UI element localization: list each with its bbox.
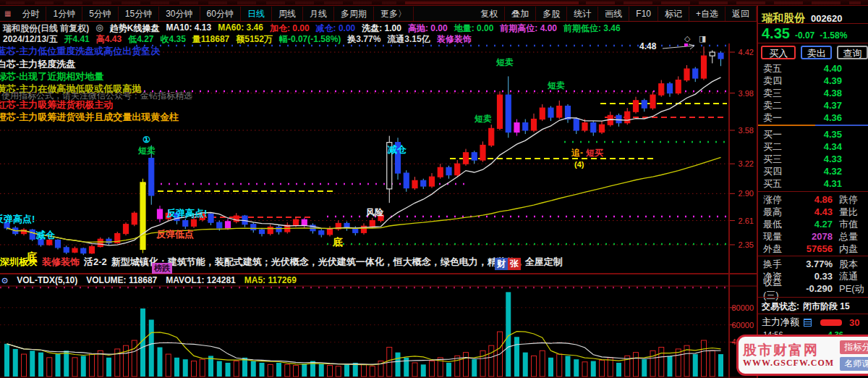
ask-price: 4.39	[824, 75, 842, 86]
ohlc-segment: 流通3.15亿	[387, 33, 430, 43]
stat-value: 2078	[792, 231, 833, 242]
bid-label: 买三	[763, 153, 782, 166]
trade-buttons: 买入卖出查询	[758, 46, 868, 61]
watermark-badge: 指标分享	[840, 340, 868, 354]
stat-right-label: 跌停	[839, 193, 868, 206]
list-icon[interactable]	[804, 319, 812, 327]
tool-button-画线[interactable]: 画线	[598, 7, 629, 21]
fall-badge: 榜跌	[152, 263, 172, 274]
ohlc-segment: 开4.41	[64, 33, 89, 43]
app-icon[interactable]: ▦	[0, 9, 15, 17]
stat-value: 4.86	[792, 194, 833, 205]
bid-price: 4.34	[824, 141, 842, 152]
info-segment: ◎	[95, 22, 103, 33]
stat-value: 57656	[792, 243, 833, 254]
indicator-info-line: 瑞和股份(日线 前复权)◎趋势K线操盘MA10: 4.13MA60: 3.46加…	[3, 22, 621, 33]
top-menu-strip	[0, 0, 868, 6]
stat-right-label: PE(动	[839, 282, 868, 295]
diamond-icon[interactable]: ◇	[684, 34, 690, 43]
volume-header-segment: VOL-TDX(5,10)	[17, 275, 77, 285]
stock-code: 002620	[811, 13, 842, 24]
ask-row: 卖五4.40	[758, 62, 868, 75]
trade-status-value: 闭市阶段 15	[803, 301, 850, 313]
ask-row: 卖四4.39	[758, 75, 868, 87]
stat-value: 4.43	[792, 206, 833, 217]
stat-label: 涨停	[763, 193, 792, 206]
info-segment: 前期低位: 3.46	[563, 22, 621, 33]
svg-text:4.42: 4.42	[739, 48, 754, 56]
menu-buttons-fragment	[586, 1, 861, 4]
stat-value: 0.33	[792, 271, 833, 282]
stat-row: 换手3.77%股本	[758, 258, 868, 270]
bid-label: 买四	[763, 165, 782, 178]
period-tab-分时[interactable]: 分时	[15, 7, 46, 21]
tool-button-复权[interactable]: 复权	[474, 7, 505, 21]
industry-segment: 装修装饰	[42, 256, 80, 269]
bid-row: 买三4.33	[758, 153, 868, 165]
button-卖出[interactable]: 卖出	[801, 46, 832, 59]
tool-button-标记[interactable]: 标记	[658, 7, 689, 21]
ask-row: 卖二4.37	[758, 99, 868, 112]
stat-label: 最高	[763, 206, 792, 219]
tool-button-F10[interactable]: F10	[629, 7, 658, 21]
stat-label: 现量	[763, 230, 792, 243]
ohlc-segment: 换3.77%	[347, 33, 380, 43]
period-tab-更多〉[interactable]: 更多〉	[374, 7, 414, 21]
stat-value: 4.27	[792, 219, 833, 230]
ask-row: 卖一4.36	[758, 112, 868, 124]
tdx-app-window: ▦ 分时1分钟5分钟15分钟30分钟60分钟日线周线月线多周期更多〉 复权叠加多…	[0, 0, 868, 378]
tool-button-统计[interactable]: 统计	[567, 7, 598, 21]
info-segment: 前期高位: 4.00	[500, 22, 557, 33]
stock-header: 瑞和股份 002620	[758, 12, 868, 23]
bid-price: 4.35	[824, 129, 842, 140]
volume-header-segment: VOLUME: 118687	[86, 275, 157, 285]
period-tab-5分钟[interactable]: 5分钟	[82, 7, 119, 21]
period-tab-15分钟[interactable]: 15分钟	[119, 7, 159, 21]
period-toolbar: ▦ 分时1分钟5分钟15分钟30分钟60分钟日线周线月线多周期更多〉 复权叠加多…	[0, 6, 757, 22]
main-net-label: 主力净额	[762, 316, 799, 329]
price-change: -0.07	[795, 30, 814, 41]
stat-right-label: 流通	[839, 270, 868, 283]
watermark-url: WWW.GSCFW.COM	[743, 358, 834, 369]
info-segment: MA60: 3.46	[218, 22, 263, 33]
bid-price: 4.33	[824, 154, 842, 164]
stat-row: 涨停4.86跌停	[758, 193, 868, 206]
caizhang-badge-part: 张	[508, 258, 521, 270]
ohlc-info-line: 2024/12/13/五开4.41高4.43低4.27收4.35量118687额…	[3, 33, 472, 43]
tool-button-返回[interactable]: 返回	[726, 7, 757, 21]
ohlc-segment: 2024/12/13/五	[3, 33, 57, 43]
kline-volume-chart: 4.423.983.583.222.902.612.35800006000040…	[0, 43, 757, 378]
info-segment: MA10: 4.13	[166, 22, 211, 33]
bid-row: 买二4.34	[758, 140, 868, 153]
bid-price: 4.32	[824, 166, 842, 177]
volume-header: ⊙VOL-TDX(5,10)VOLUME: 118687MAVOL1: 1242…	[1, 275, 297, 285]
panel-toggle-icon[interactable]: ◨	[699, 34, 706, 43]
button-查询[interactable]: 查询	[837, 46, 868, 59]
stat-right-label: 内盘	[839, 243, 868, 256]
industry-concept-line: 深圳板块装修装饰活2-2新型城镇化；建筑节能，装配式建筑；光伏概念，光伏建筑一体…	[0, 256, 563, 269]
caizhang-badge: 财张	[495, 258, 521, 270]
period-tab-30分钟[interactable]: 30分钟	[159, 7, 200, 21]
bid-price: 4.31	[824, 178, 842, 189]
tool-button-多股[interactable]: 多股	[536, 7, 567, 21]
period-tab-60分钟[interactable]: 60分钟	[200, 7, 241, 21]
ask-row: 卖三4.38	[758, 87, 868, 99]
stat-row: 现量2078总量	[758, 230, 868, 243]
stat-right-label: 股本	[839, 258, 868, 271]
info-segment: 瑞和股份(日线 前复权)	[3, 22, 89, 33]
stat-label: 换手	[763, 258, 792, 271]
button-买入[interactable]: 买入	[761, 46, 796, 59]
period-tab-月线[interactable]: 月线	[303, 7, 334, 21]
bid-label: 买二	[763, 140, 782, 154]
main-net-value: 30	[849, 317, 859, 328]
watermark-badge: 名师课程	[840, 357, 868, 371]
tool-button-叠加[interactable]: 叠加	[505, 7, 536, 21]
tool-button-+自选[interactable]: +自选	[689, 7, 726, 21]
period-tab-多周期[interactable]: 多周期	[334, 7, 374, 21]
period-tab-1分钟[interactable]: 1分钟	[46, 7, 82, 21]
period-tab-日线[interactable]: 日线	[241, 7, 272, 21]
stat-value: -0.290	[792, 283, 833, 294]
main-net-row: 主力净额 30	[758, 316, 868, 329]
period-tab-周线[interactable]: 周线	[272, 7, 303, 21]
bid-queue: 买一4.35买二4.34买三4.33买四4.32买五4.31	[758, 128, 868, 190]
